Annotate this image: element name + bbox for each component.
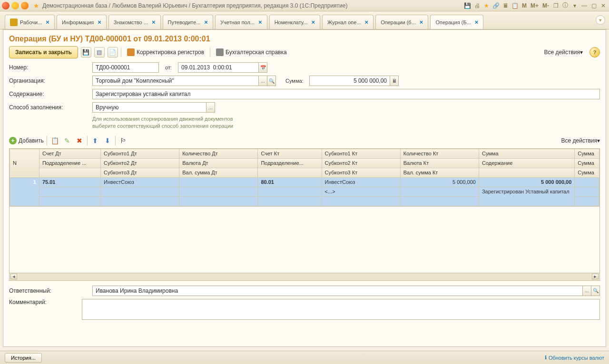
history-button[interactable]: История... — [5, 353, 42, 363]
col-sub1kt[interactable]: Субконто1 Кт — [322, 149, 400, 158]
tab-policy[interactable]: Учетная пол...× — [215, 15, 267, 29]
comment-input[interactable] — [82, 299, 600, 320]
resp-input[interactable] — [92, 286, 583, 296]
copy-icon[interactable]: 📋 — [50, 136, 59, 145]
cell-kt[interactable]: 80.01 — [258, 177, 322, 187]
number-input[interactable] — [92, 62, 159, 73]
tab-journal[interactable]: Журнал опе...× — [322, 15, 373, 29]
col-sum[interactable]: Сумма — [479, 149, 574, 158]
col-sumr3[interactable]: Сумма — [575, 168, 599, 177]
calc-icon[interactable]: 🖩 — [502, 2, 510, 10]
col-sub1dt[interactable]: Субконто1 Дт — [101, 149, 179, 158]
doc-icon[interactable]: 📄 — [108, 47, 118, 57]
dropdown-icon[interactable]: ▾ — [571, 2, 579, 10]
close-icon[interactable]: × — [152, 19, 156, 26]
search-icon[interactable]: 🔍 — [267, 76, 276, 86]
scroll-right-icon[interactable]: ► — [592, 274, 599, 279]
col-cursumdt[interactable]: Вал. сумма Дт — [179, 168, 258, 177]
cell[interactable] — [179, 187, 258, 196]
print-icon[interactable]: 🖨 — [473, 2, 481, 10]
cell[interactable] — [322, 196, 400, 206]
scrollbar[interactable]: ◄ ► — [10, 273, 599, 280]
cell-qtydt[interactable] — [179, 177, 258, 187]
tab-nomen[interactable]: Номенклату...× — [269, 15, 320, 29]
cell[interactable] — [400, 187, 479, 196]
cell-qtykt[interactable]: 5 000,000 — [400, 177, 479, 187]
col-qtydt[interactable]: Количество Дт — [179, 149, 258, 158]
col-n[interactable]: N — [10, 149, 39, 177]
all-actions-button[interactable]: Все действия ▾ — [544, 49, 583, 56]
cell[interactable] — [400, 196, 479, 206]
col-desc[interactable]: Содержание — [479, 158, 574, 168]
table-row[interactable]: 1 75.01 ИнвестСоюз 80.01 ИнвестСоюз 5 00… — [10, 177, 599, 187]
calendar-icon[interactable]: 📅 — [259, 62, 267, 73]
close-icon[interactable]: × — [311, 19, 315, 26]
grid-all-actions-button[interactable]: Все действия ▾ — [561, 137, 600, 144]
add-button[interactable]: +Добавить — [9, 137, 44, 144]
calendar-icon[interactable]: 📋 — [511, 2, 519, 10]
search-icon[interactable]: 🔍 — [591, 286, 600, 296]
maximize-icon[interactable]: ▢ — [590, 2, 598, 10]
save-icon[interactable]: 💾 — [81, 47, 91, 57]
correction-button[interactable]: Корректировка регистров — [124, 47, 207, 57]
col-sumr2[interactable]: Сумма — [575, 158, 599, 168]
close-icon[interactable]: × — [204, 19, 208, 26]
cell[interactable] — [575, 177, 599, 187]
cell-sub1kt[interactable]: ИнвестСоюз — [322, 177, 400, 187]
calc-icon[interactable]: 🖩 — [390, 76, 399, 86]
col-qtykt[interactable]: Количество Кт — [400, 149, 479, 158]
org-input[interactable] — [92, 76, 259, 86]
select-icon[interactable]: ... — [583, 286, 591, 296]
update-rates-link[interactable]: Обновить курсы валют — [545, 354, 604, 361]
report-button[interactable]: Бухгалтерская справка — [213, 47, 290, 57]
table-row[interactable]: <...> Зарегистрирован Уставный капитал — [10, 187, 599, 196]
tab-operations[interactable]: Операции (б...× — [375, 15, 428, 29]
close-icon[interactable]: × — [475, 19, 479, 26]
col-dt[interactable]: Счет Дт — [39, 149, 100, 158]
up-icon[interactable]: ⬆ — [90, 136, 100, 145]
cell[interactable] — [575, 187, 599, 196]
cell[interactable] — [258, 196, 322, 206]
cell-sum[interactable]: 5 000 000,00 — [479, 177, 574, 187]
close-icon[interactable]: × — [98, 19, 101, 26]
link-icon[interactable]: 🔗 — [492, 2, 500, 10]
save-close-button[interactable]: Записать и закрыть — [9, 46, 78, 58]
cell[interactable] — [575, 196, 599, 206]
close-icon[interactable]: × — [258, 19, 262, 26]
scroll-left-icon[interactable]: ◄ — [10, 274, 17, 279]
edit-icon[interactable]: ✎ — [62, 136, 72, 145]
windows-icon[interactable]: ❐ — [552, 2, 560, 10]
tab-menu-icon[interactable]: ▾ — [596, 15, 605, 25]
col-curdt[interactable]: Валюта Дт — [179, 158, 258, 168]
star-icon[interactable]: ★ — [483, 2, 491, 10]
m-minus-button[interactable]: M- — [541, 2, 550, 9]
cell-sub1dt[interactable]: ИнвестСоюз — [101, 177, 179, 187]
close-icon[interactable]: × — [46, 19, 49, 26]
tab-info[interactable]: Информация× — [57, 15, 107, 29]
col-curkt[interactable]: Валюта Кт — [400, 158, 479, 168]
col-kt[interactable]: Счет Кт — [258, 149, 322, 158]
col-cursumkt[interactable]: Вал. сумма Кт — [400, 168, 479, 177]
post-icon[interactable]: ▤ — [94, 47, 105, 57]
method-input[interactable] — [92, 102, 206, 113]
save-icon[interactable]: 💾 — [464, 2, 471, 10]
content-input[interactable] — [92, 89, 600, 99]
col-sub2dt[interactable]: Субконто2 Дт — [101, 158, 179, 168]
m-plus-button[interactable]: M+ — [530, 2, 540, 9]
info-icon[interactable]: ⓘ — [561, 2, 569, 10]
select-icon[interactable]: ... — [259, 76, 267, 86]
cell-desc[interactable]: Зарегистрирован Уставный капитал — [479, 187, 574, 206]
date-input[interactable] — [178, 62, 259, 73]
col-divkt[interactable]: Подразделение... — [258, 158, 322, 168]
tab-operation[interactable]: Операция (Б...× — [430, 15, 483, 29]
col-sub3dt[interactable]: Субконто3 Дт — [101, 168, 179, 177]
down-icon[interactable]: ⬇ — [103, 136, 112, 145]
delete-icon[interactable]: ✖ — [75, 136, 84, 145]
close-icon[interactable]: × — [420, 19, 423, 26]
col-sumr[interactable]: Сумма — [575, 149, 599, 158]
cell-sub2kt[interactable]: <...> — [322, 187, 400, 196]
select-icon[interactable]: ... — [206, 102, 215, 113]
nav-fwd-icon[interactable] — [21, 2, 29, 10]
minimize-icon[interactable]: — — [580, 2, 588, 10]
tab-guide[interactable]: Путеводите...× — [163, 15, 213, 29]
